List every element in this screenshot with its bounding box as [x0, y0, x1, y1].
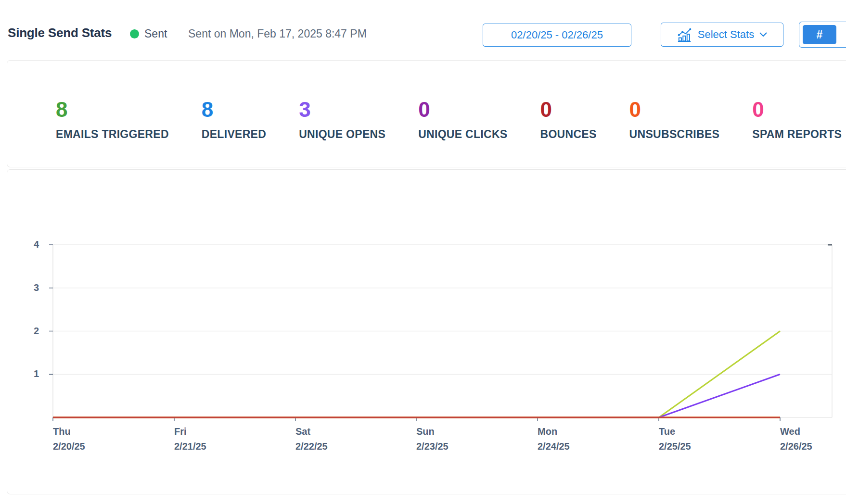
x-axis-label: Wed 2/26/25: [780, 426, 812, 452]
stat-unique-clicks: 0 UNIQUE CLICKS: [418, 99, 507, 141]
stat-value-4: 0: [540, 99, 596, 120]
sent-status-dot-icon: [130, 29, 139, 38]
x-label-day: Thu: [53, 426, 85, 437]
y-tick-label: 4: [20, 239, 39, 250]
date-range-button[interactable]: 02/20/25 - 02/26/25: [483, 24, 631, 47]
status-badge: Sent: [130, 27, 167, 40]
chart-line-series-violet: [53, 374, 780, 417]
x-label-date: 2/23/25: [416, 441, 449, 452]
stat-label: UNSUBSCRIBES: [629, 128, 720, 141]
stat-unique-opens: 3 UNIQUE OPENS: [299, 99, 385, 141]
x-label-day: Sun: [416, 426, 449, 437]
x-label-date: 2/21/25: [174, 441, 206, 452]
stat-label: DELIVERED: [202, 128, 266, 141]
stat-label: EMAILS TRIGGERED: [56, 128, 169, 141]
select-stats-label: Select Stats: [698, 28, 754, 41]
x-axis-label: Thu 2/20/25: [53, 426, 85, 452]
y-tick-label: 1: [20, 368, 39, 379]
x-label-day: Wed: [780, 426, 812, 437]
stat-spam-reports: 0 SPAM REPORTS: [752, 99, 842, 141]
number-toggle-button[interactable]: #: [803, 25, 836, 44]
x-label-day: Mon: [538, 426, 570, 437]
stat-unsubscribes: 0 UNSUBSCRIBES: [629, 99, 720, 141]
stat-label: SPAM REPORTS: [752, 128, 842, 141]
stat-value-6: 0: [752, 99, 842, 120]
x-label-day: Sat: [295, 426, 328, 437]
y-tick-label: 2: [20, 326, 39, 337]
stats-summary-card: 8 EMAILS TRIGGERED 8 DELIVERED 3 UNIQUE …: [7, 60, 846, 167]
stats-chart-card: 4 3 2 1 Thu 2/20/25 Fri 2/21/25 Sat 2/22…: [7, 169, 846, 494]
x-label-day: Tue: [659, 426, 691, 437]
x-label-day: Fri: [174, 426, 206, 437]
number-percent-toggle[interactable]: #: [799, 22, 846, 48]
stat-value-2: 3: [299, 99, 385, 120]
stats-chart-icon: [677, 27, 692, 42]
stat-value-0: 8: [56, 99, 169, 120]
stat-emails-triggered: 8 EMAILS TRIGGERED: [56, 99, 169, 141]
x-axis-label: Mon 2/24/25: [538, 426, 570, 452]
stat-delivered: 8 DELIVERED: [202, 99, 266, 141]
page-header: Single Send Stats Sent Sent on Mon, Feb …: [0, 0, 846, 55]
stat-label: BOUNCES: [540, 128, 596, 141]
chevron-down-icon: [759, 32, 767, 37]
status-label: Sent: [144, 27, 167, 40]
x-axis-label: Sun 2/23/25: [416, 426, 449, 452]
y-tick-label: 3: [20, 282, 39, 293]
x-label-date: 2/25/25: [659, 441, 691, 452]
x-label-date: 2/24/25: [538, 441, 570, 452]
x-label-date: 2/22/25: [295, 441, 328, 452]
x-axis-label: Sat 2/22/25: [295, 426, 328, 452]
stat-label: UNIQUE OPENS: [299, 128, 385, 141]
stat-value-1: 8: [202, 99, 266, 120]
x-label-date: 2/20/25: [53, 441, 85, 452]
page-title: Single Send Stats: [8, 25, 112, 40]
select-stats-button[interactable]: Select Stats: [661, 23, 783, 47]
stat-value-3: 0: [418, 99, 507, 120]
x-axis-label: Tue 2/25/25: [659, 426, 691, 452]
stat-label: UNIQUE CLICKS: [418, 128, 507, 141]
stat-value-5: 0: [629, 99, 720, 120]
x-label-date: 2/26/25: [780, 441, 812, 452]
x-axis-label: Fri 2/21/25: [174, 426, 206, 452]
sent-timestamp: Sent on Mon, Feb 17, 2025 8:47 PM: [188, 27, 367, 40]
stat-bounces: 0 BOUNCES: [540, 99, 596, 141]
